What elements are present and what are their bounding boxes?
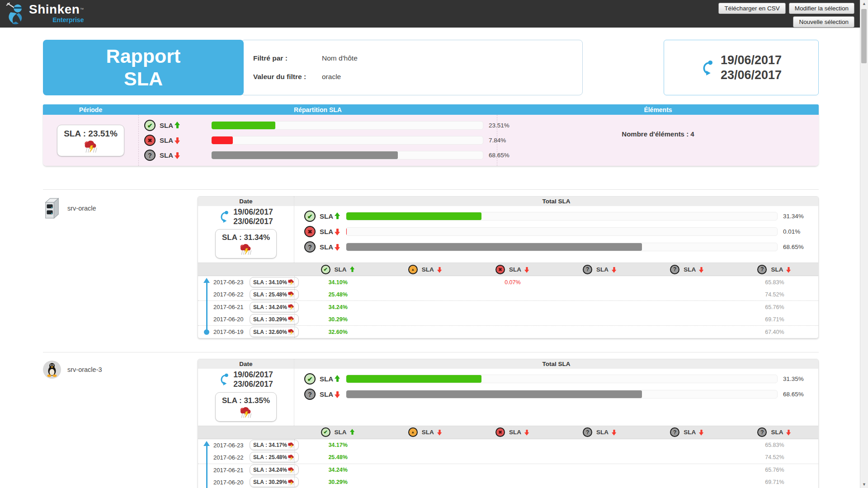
date-range-start: 19/06/2017 [721,53,782,67]
filtered-by-value: Nom d'hôte [322,54,358,62]
cell-sla-unknown-1 [557,329,644,335]
cell-sla-critical [469,291,556,298]
date-range-arrow-icon [219,211,230,223]
cell-sla-warning [382,304,469,310]
table-column-header: SLA [731,265,818,274]
status-icon [408,265,418,274]
cell-sla-unknown-1 [557,442,644,448]
table-column-header: SLA [382,265,469,274]
elements-count: Nombre d'éléments : 4 [622,130,694,138]
filter-value-label: Valeur du filtre : [253,73,322,81]
host-label: srv-oracle [43,196,198,219]
shinken-logo-icon [5,2,26,24]
table-row: 2017-06-23 SLA : 34.10% 34.10% 0.07% [198,276,818,288]
sla-bar-percentage: 68.65% [783,244,818,250]
cell-sla-unknown-2 [644,442,731,448]
status-icon [670,265,679,274]
host-date-column: Date 19/06/2017 23/06/2017 SLA : 31.35% [198,359,294,425]
server-icon [43,198,61,219]
download-csv-button[interactable]: Télécharger en CSV [718,3,785,14]
new-selection-button[interactable]: Nouvelle sélection [793,16,854,28]
storm-weather-icon [287,479,295,486]
cell-sla-unknown-1 [557,454,644,460]
scroll-up-arrow-icon[interactable]: ▲ [860,0,868,7]
repartition-column: SLA 23.51% SLA 7.84% SLA [138,115,497,166]
sla-bar [211,136,483,145]
status-icon [495,427,505,437]
row-date: 2017-06-22 [213,454,250,461]
brand-trademark: ™ [80,7,84,12]
trend-arrow-icon [437,429,442,435]
cell-sla-unknown-3: 65.83% [731,442,818,448]
cell-sla-ok: 25.48% [294,454,382,460]
status-icon [304,373,316,385]
storm-weather-icon [239,406,253,418]
host-date-end: 23/06/2017 [233,380,273,389]
host-date-end: 23/06/2017 [233,217,273,226]
storm-weather-icon [83,140,99,153]
storm-weather-icon [287,316,295,323]
sla-bar [346,243,778,251]
host-sla-badge: SLA : 31.35% [215,392,277,422]
cell-sla-unknown-2 [644,304,731,310]
shinken-brand[interactable]: Shinken™ Enterprise [5,2,84,24]
total-sla-row: SLA 68.65% [299,241,818,253]
cell-sla-unknown-3: 65.83% [731,279,818,286]
top-navigation-bar: Shinken™ Enterprise Télécharger en CSV M… [0,0,868,28]
cell-sla-ok: 34.10% [294,279,382,286]
scrollbar-thumb[interactable] [861,9,867,63]
global-sla-badge: SLA : 23.51% [57,125,124,156]
cell-sla-unknown-2 [644,291,731,298]
date-range-arrow-icon [219,373,230,385]
status-icon [304,389,316,400]
total-sla-row: SLA 68.65% [299,389,818,400]
total-sla-row: SLA 31.34% [299,211,818,222]
sla-label: SLA [771,429,783,436]
cell-sla-unknown-3: 65.76% [731,304,818,310]
row-date: 2017-06-21 [213,467,250,474]
storm-weather-icon [287,328,295,335]
trend-arrow-icon [699,429,704,435]
row-date: 2017-06-23 [213,279,250,286]
filtered-by-label: Filtré par : [253,54,322,62]
vertical-scrollbar[interactable]: ▲ ▼ [860,0,868,488]
table-row: 2017-06-21 SLA : 34.24% 34.24% [198,464,818,476]
row-values: 34.24% 65.76% [294,467,818,473]
trend-arrow-icon [335,243,340,251]
table-column-header: SLA [557,265,644,274]
cell-sla-warning [382,316,469,323]
row-values: 34.17% 65.83% [294,442,818,448]
host-section-srv-oracle-3: srv-oracle-3 Date 19/06/2017 23/06/2017 … [43,352,819,488]
sla-bar [346,227,778,236]
status-icon [321,427,330,437]
sla-label: SLA [596,429,609,436]
sla-label: SLA [160,122,173,129]
table-column-header: SLA [294,265,382,274]
table-column-header: SLA [644,427,731,437]
sla-label: SLA [320,375,333,383]
table-row: 2017-06-22 SLA : 25.48% 25.48% [198,288,818,301]
date-column-header: Date [198,359,294,369]
daily-sla-chip: SLA : 25.48% [250,289,299,300]
trend-arrow-icon [612,429,617,435]
trend-arrow-icon [350,266,355,272]
host-date-start: 19/06/2017 [233,370,273,380]
trend-arrow-icon [786,429,791,435]
sla-bar-percentage: 68.65% [783,391,818,398]
table-column-header: SLA [644,265,731,274]
cell-sla-warning [382,454,469,460]
sla-bar-percentage: 31.35% [783,375,818,382]
trend-arrow-icon [335,212,340,220]
cell-sla-unknown-3: 69.71% [731,316,818,323]
table-column-header: SLA [731,427,818,437]
sla-bar [346,375,778,383]
cell-sla-critical [469,467,556,473]
cell-sla-warning [382,467,469,473]
scroll-down-arrow-icon[interactable]: ▼ [860,481,868,488]
sla-label: SLA [771,266,783,273]
modify-selection-button[interactable]: Modifier la sélection [789,3,854,14]
row-date: 2017-06-21 [213,304,250,310]
host-date-start: 19/06/2017 [233,207,273,217]
trend-arrow-icon [175,136,180,144]
cell-sla-critical [469,329,556,335]
